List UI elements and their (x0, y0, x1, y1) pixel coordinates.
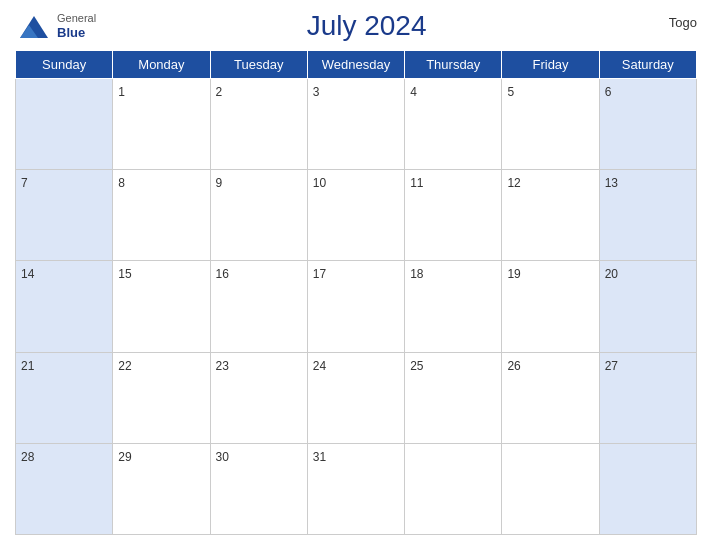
logo-general-text: General (57, 12, 96, 25)
calendar-cell: 4 (405, 79, 502, 170)
calendar-cell: 26 (502, 352, 599, 443)
day-number: 14 (21, 267, 34, 281)
calendar-cell: 29 (113, 443, 210, 534)
day-number: 5 (507, 85, 514, 99)
calendar-cell: 14 (16, 261, 113, 352)
day-number: 18 (410, 267, 423, 281)
calendar-cell: 19 (502, 261, 599, 352)
calendar-cell: 3 (307, 79, 404, 170)
day-header-tuesday: Tuesday (210, 51, 307, 79)
calendar-cell: 17 (307, 261, 404, 352)
calendar-cell: 2 (210, 79, 307, 170)
calendar-cell: 12 (502, 170, 599, 261)
day-number: 16 (216, 267, 229, 281)
logo-icon (15, 10, 53, 42)
calendar-cell: 11 (405, 170, 502, 261)
calendar-cell: 25 (405, 352, 502, 443)
calendar-cell (502, 443, 599, 534)
day-number: 26 (507, 359, 520, 373)
day-number: 20 (605, 267, 618, 281)
calendar-cell: 21 (16, 352, 113, 443)
day-number: 24 (313, 359, 326, 373)
day-number: 25 (410, 359, 423, 373)
day-number: 12 (507, 176, 520, 190)
day-number: 13 (605, 176, 618, 190)
calendar-cell: 6 (599, 79, 696, 170)
calendar-cell: 24 (307, 352, 404, 443)
day-number: 10 (313, 176, 326, 190)
day-header-thursday: Thursday (405, 51, 502, 79)
logo: General Blue (15, 10, 96, 42)
logo-blue-text: Blue (57, 25, 96, 41)
calendar-cell (16, 79, 113, 170)
day-number: 2 (216, 85, 223, 99)
day-number: 3 (313, 85, 320, 99)
week-row-2: 14151617181920 (16, 261, 697, 352)
day-number: 7 (21, 176, 28, 190)
day-number: 30 (216, 450, 229, 464)
day-number: 28 (21, 450, 34, 464)
calendar-cell: 28 (16, 443, 113, 534)
calendar-cell: 18 (405, 261, 502, 352)
day-headers-row: SundayMondayTuesdayWednesdayThursdayFrid… (16, 51, 697, 79)
day-header-wednesday: Wednesday (307, 51, 404, 79)
country-label: Togo (637, 10, 697, 30)
day-number: 17 (313, 267, 326, 281)
day-header-saturday: Saturday (599, 51, 696, 79)
calendar-cell (599, 443, 696, 534)
day-number: 6 (605, 85, 612, 99)
calendar-cell (405, 443, 502, 534)
day-number: 1 (118, 85, 125, 99)
calendar-cell: 22 (113, 352, 210, 443)
calendar-cell: 27 (599, 352, 696, 443)
calendar-cell: 1 (113, 79, 210, 170)
calendar-cell: 15 (113, 261, 210, 352)
day-number: 21 (21, 359, 34, 373)
week-row-3: 21222324252627 (16, 352, 697, 443)
calendar-cell: 16 (210, 261, 307, 352)
day-number: 15 (118, 267, 131, 281)
week-row-4: 28293031 (16, 443, 697, 534)
day-number: 19 (507, 267, 520, 281)
calendar-cell: 8 (113, 170, 210, 261)
calendar-cell: 7 (16, 170, 113, 261)
day-number: 27 (605, 359, 618, 373)
calendar-cell: 13 (599, 170, 696, 261)
calendar-table: SundayMondayTuesdayWednesdayThursdayFrid… (15, 50, 697, 535)
day-header-monday: Monday (113, 51, 210, 79)
calendar-cell: 30 (210, 443, 307, 534)
calendar-cell: 10 (307, 170, 404, 261)
calendar-title: July 2024 (96, 10, 637, 42)
week-row-1: 78910111213 (16, 170, 697, 261)
calendar-cell: 31 (307, 443, 404, 534)
day-number: 11 (410, 176, 423, 190)
calendar-cell: 5 (502, 79, 599, 170)
day-number: 23 (216, 359, 229, 373)
day-number: 29 (118, 450, 131, 464)
day-number: 22 (118, 359, 131, 373)
day-number: 8 (118, 176, 125, 190)
day-number: 4 (410, 85, 417, 99)
day-header-sunday: Sunday (16, 51, 113, 79)
calendar-cell: 20 (599, 261, 696, 352)
week-row-0: 123456 (16, 79, 697, 170)
calendar-cell: 23 (210, 352, 307, 443)
day-header-friday: Friday (502, 51, 599, 79)
calendar-cell: 9 (210, 170, 307, 261)
day-number: 31 (313, 450, 326, 464)
day-number: 9 (216, 176, 223, 190)
